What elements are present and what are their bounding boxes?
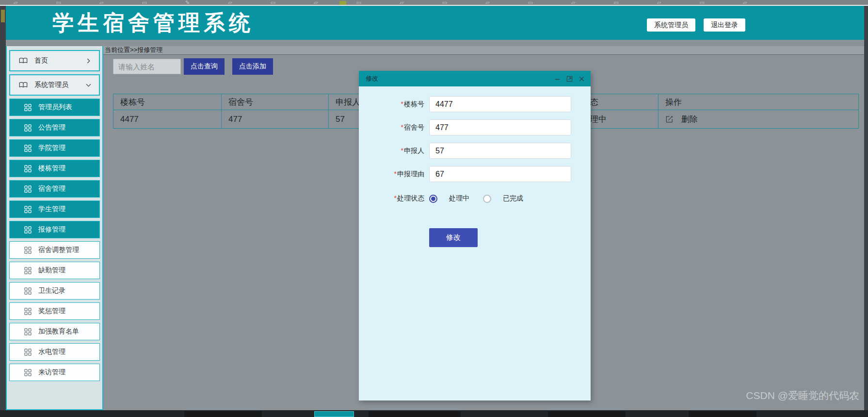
radio-label: 已完成 (503, 194, 523, 203)
sidebar-item-home[interactable]: 首页 (9, 50, 100, 71)
background-right-panel (864, 6, 868, 417)
grid-icon (24, 145, 32, 152)
minimize-icon[interactable] (554, 76, 561, 82)
sidebar-item-label: 来访管理 (38, 368, 65, 377)
sidebar-item-label: 宿舍调整管理 (38, 246, 79, 254)
sidebar-item-utility-mgmt[interactable]: 水电管理 (9, 343, 100, 361)
add-button[interactable]: 点击添加 (232, 58, 273, 75)
edit-icon[interactable] (665, 115, 674, 123)
sidebar-item-label: 报修管理 (38, 225, 65, 234)
sidebar-item-visitor-mgmt[interactable]: 来访管理 (9, 364, 100, 381)
window-controls (554, 76, 585, 82)
edit-modal: 修改 *楼栋号 *宿舍号 (359, 71, 591, 400)
background-chip (1, 10, 5, 22)
background-left-panel (0, 6, 6, 417)
sidebar-item-hygiene-record[interactable]: 卫生记录 (9, 282, 100, 300)
sidebar-item-label: 宿舍管理 (38, 184, 65, 193)
app-header: 学生宿舍管理系统 系统管理员 退出登录 (6, 6, 864, 40)
sidebar-item-admin-list[interactable]: 管理员列表 (9, 99, 100, 116)
cell-actions: 删除 (658, 110, 858, 128)
field-label: *处理状态 (359, 194, 424, 203)
maximize-icon[interactable] (566, 76, 573, 82)
book-icon (19, 82, 28, 88)
reason-field[interactable] (429, 166, 571, 182)
sidebar-item-repair-mgmt[interactable]: 报修管理 (9, 221, 100, 238)
sidebar-item-label: 楼栋管理 (38, 164, 65, 173)
sidebar-item-label: 水电管理 (38, 348, 65, 356)
background-taskbar (0, 410, 868, 417)
sidebar-item-dorm-adjust-mgmt[interactable]: 宿舍调整管理 (9, 241, 100, 259)
sidebar-item-label: 卫生记录 (38, 286, 65, 295)
sidebar-item-label: 学院管理 (38, 144, 65, 152)
grid-icon (24, 287, 32, 295)
form-row-building: *楼栋号 (359, 96, 591, 112)
taskbar-segment (184, 411, 262, 417)
sidebar-item-label: 加强教育名单 (38, 327, 79, 336)
cell-dorm-no: 477 (221, 110, 328, 128)
field-label: *申报人 (359, 147, 424, 155)
grid-icon (24, 124, 32, 132)
sidebar-item-dorm-mgmt[interactable]: 宿舍管理 (9, 180, 100, 198)
form-row-reporter: *申报人 (359, 143, 591, 159)
modal-submit-button[interactable]: 修改 (429, 228, 478, 247)
screen: ▱ ▭ ▱ ▭ ✎ ▱ ▭ ▱ ▭ ▱ ▭ ▱ ▭ ▱ ▭ ▱ ▭ ▱ 学生宿舍… (0, 0, 868, 417)
grid-icon (24, 185, 32, 193)
grid-icon (24, 328, 32, 335)
building-no-field[interactable] (429, 96, 571, 112)
close-icon[interactable] (579, 76, 585, 82)
sidebar-item-college-mgmt[interactable]: 学院管理 (9, 139, 100, 157)
taskbar-segment (548, 411, 626, 417)
background-toolbar: ▱ ▭ ▱ ▭ ✎ ▱ ▭ ▱ ▭ ▱ ▭ ▱ ▭ ▱ ▭ ▱ ▭ ▱ (0, 0, 868, 6)
grid-icon (24, 226, 32, 234)
sidebar-item-label: 奖惩管理 (38, 307, 65, 316)
taskbar-segment (369, 411, 461, 417)
form-row-reason: *申报理由 (359, 166, 591, 182)
required-asterisk: * (394, 194, 397, 202)
form-row-dorm: *宿舍号 (359, 119, 591, 135)
reporter-field[interactable] (429, 143, 571, 159)
book-icon (19, 57, 28, 64)
grid-icon (24, 308, 32, 315)
required-asterisk: * (401, 123, 403, 131)
required-asterisk: * (401, 100, 403, 108)
grid-icon (24, 267, 32, 274)
field-label: *楼栋号 (359, 100, 424, 109)
column-header: 宿舍号 (221, 94, 328, 110)
column-header: 楼栋号 (113, 94, 221, 110)
radio-label: 处理中 (449, 194, 469, 203)
query-button[interactable]: 点击查询 (184, 58, 225, 75)
grid-icon (24, 165, 32, 172)
sidebar-item-label: 系统管理员 (34, 81, 68, 89)
column-header: 操作 (658, 94, 858, 110)
sidebar-item-admin-group[interactable]: 系统管理员 (9, 74, 100, 96)
logout-button[interactable]: 退出登录 (704, 18, 745, 32)
dorm-no-field[interactable] (429, 119, 571, 135)
role-button[interactable]: 系统管理员 (647, 18, 695, 32)
grid-icon (24, 206, 32, 213)
grid-icon (24, 369, 32, 376)
sidebar-item-absence-mgmt[interactable]: 缺勤管理 (9, 262, 100, 279)
delete-link[interactable]: 删除 (681, 114, 698, 125)
modal-title: 修改 (366, 74, 378, 83)
sidebar-item-label: 管理员列表 (38, 103, 72, 112)
required-asterisk: * (394, 170, 397, 178)
sidebar: 首页 系统管理员 管理员列表 公告管理 (6, 46, 103, 410)
sidebar-item-label: 公告管理 (38, 123, 65, 132)
sidebar-item-education-list[interactable]: 加强教育名单 (9, 323, 100, 340)
radio-completed[interactable] (483, 195, 491, 203)
chevron-down-icon (86, 83, 91, 88)
search-toolbar: 点击查询 点击添加 (113, 58, 273, 75)
search-input[interactable] (113, 59, 181, 74)
sidebar-item-reward-punish-mgmt[interactable]: 奖惩管理 (9, 302, 100, 320)
sidebar-item-student-mgmt[interactable]: 学生管理 (9, 200, 100, 218)
modal-body: *楼栋号 *宿舍号 *申报人 *申报理由 *处理状态 处理中 (359, 86, 591, 400)
grid-icon (24, 247, 32, 254)
grid-icon (24, 349, 32, 356)
taskbar-segment (689, 411, 756, 417)
modal-header[interactable]: 修改 (359, 71, 591, 86)
radio-processing[interactable] (429, 195, 437, 203)
sidebar-item-notice-mgmt[interactable]: 公告管理 (9, 119, 100, 136)
sidebar-item-building-mgmt[interactable]: 楼栋管理 (9, 160, 100, 177)
breadcrumb: 当前位置>>报修管理 (103, 46, 864, 55)
grid-icon (24, 104, 32, 111)
